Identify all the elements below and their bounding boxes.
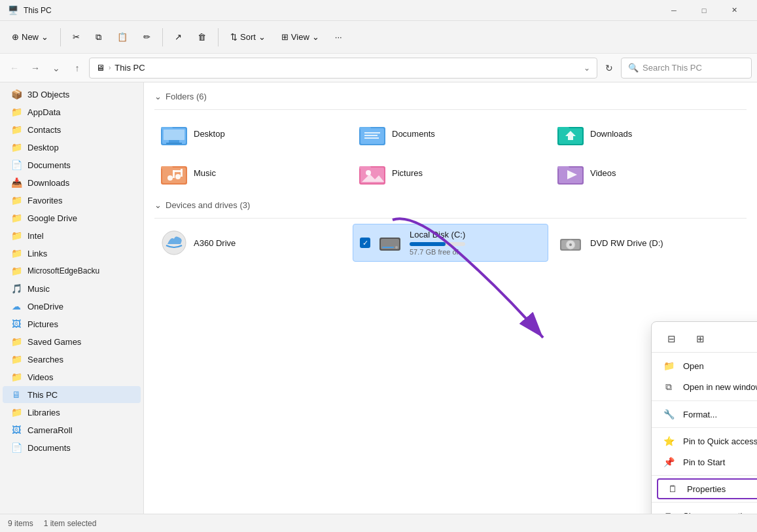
cut-button[interactable]: ✂ (66, 28, 86, 46)
sidebar-item-saved-games[interactable]: 📁 Saved Games (3, 333, 141, 350)
sidebar-item-3d-objects[interactable]: 📦 3D Objects (3, 86, 141, 103)
svg-rect-5 (166, 143, 182, 144)
svg-rect-4 (169, 140, 179, 143)
paste-icon: 📋 (117, 32, 128, 42)
rename-icon: ✏ (143, 32, 150, 42)
sidebar-item-videos[interactable]: 📁 Videos (3, 368, 141, 385)
paste-button[interactable]: 📋 (111, 28, 134, 46)
links-icon: 📁 (10, 247, 22, 259)
copy-button[interactable]: ⧉ (89, 28, 108, 46)
up-button[interactable]: ↑ (68, 59, 86, 77)
open-new-window-icon: ⧉ (662, 381, 675, 393)
folder-item-documents[interactable]: Documents (353, 115, 548, 152)
sidebar-label: 3D Objects (27, 90, 69, 99)
main-area: 📦 3D Objects 📁 AppData 📁 Contacts 📁 Desk… (0, 82, 757, 514)
sidebar-item-intel[interactable]: 📁 Intel (3, 227, 141, 244)
sidebar-item-links[interactable]: 📁 Links (3, 245, 141, 262)
sidebar-item-documents2[interactable]: 📄 Documents (3, 439, 141, 456)
refresh-button[interactable]: ↻ (600, 59, 618, 77)
microsoftedge-icon: 📁 (10, 265, 22, 277)
folder-label: Music (194, 168, 216, 178)
svg-point-20 (175, 174, 181, 179)
status-selected: 1 item selected (44, 519, 97, 528)
search-icon: 🔍 (628, 63, 639, 73)
format-label: Format... (683, 410, 757, 419)
context-sep-4 (652, 502, 757, 503)
folder-item-desktop[interactable]: Desktop (154, 115, 350, 152)
close-button[interactable]: ✕ (719, 0, 749, 21)
context-toolbar-btn-1[interactable]: ⊟ (660, 330, 683, 348)
sidebar-item-documents[interactable]: 📄 Documents (3, 156, 141, 173)
sidebar-item-desktop[interactable]: 📁 Desktop (3, 139, 141, 156)
search-box[interactable]: 🔍 Search This PC (621, 58, 752, 79)
device-item-local-c[interactable]: ✓ Local Disk (C:) 57.7 GB free of (353, 224, 548, 262)
context-properties[interactable]: 🗒 Properties Alt+Enter (657, 478, 757, 499)
sidebar-item-cameraroll[interactable]: 🖼 CameraRoll (3, 421, 141, 438)
sidebar-item-searches[interactable]: 📁 Searches (3, 351, 141, 368)
more-button[interactable]: ··· (328, 28, 349, 46)
device-item-a360[interactable]: A360 Drive (154, 224, 350, 262)
forward-button[interactable]: → (26, 59, 44, 77)
new-button[interactable]: ⊕ New ⌄ (5, 28, 55, 46)
sidebar-label: AppData (27, 107, 61, 117)
sidebar-label: Searches (27, 355, 63, 364)
sidebar-item-appdata[interactable]: 📁 AppData (3, 103, 141, 120)
libraries-icon: 📁 (10, 406, 22, 418)
context-open[interactable]: 📁 Open Enter (652, 355, 757, 376)
sidebar-item-microsoftedge[interactable]: 📁 MicrosoftEdgeBacku (3, 262, 141, 279)
videos-icon: 📁 (10, 371, 22, 383)
recent-button[interactable]: ⌄ (47, 59, 65, 77)
view-button[interactable]: ⊞ View ⌄ (275, 28, 326, 46)
device-item-dvd-d[interactable]: DVD RW Drive (D:) (551, 224, 747, 262)
sidebar-item-music[interactable]: 🎵 Music (3, 280, 141, 297)
toolbar-separator-3 (218, 28, 219, 46)
address-dropdown-icon[interactable]: ⌄ (584, 63, 590, 73)
sidebar-item-pictures[interactable]: 🖼 Pictures (3, 315, 141, 332)
sidebar-item-onedrive[interactable]: ☁ OneDrive (3, 298, 141, 315)
svg-point-37 (395, 246, 398, 249)
folder-item-downloads[interactable]: Downloads (551, 115, 747, 152)
documents-folder-icon (359, 120, 385, 147)
sidebar-label: Downloads (27, 178, 69, 188)
documents2-icon: 📄 (10, 442, 22, 453)
sidebar-item-google-drive[interactable]: 📁 Google Drive (3, 209, 141, 226)
sidebar-item-libraries[interactable]: 📁 Libraries (3, 404, 141, 421)
rename-button[interactable]: ✏ (137, 28, 157, 46)
folder-item-pictures[interactable]: Pictures (353, 154, 548, 191)
maximize-button[interactable]: □ (689, 0, 719, 21)
folder-label: Downloads (590, 129, 632, 139)
back-button[interactable]: ← (5, 59, 24, 77)
sort-button[interactable]: ⇅ Sort ⌄ (224, 28, 272, 46)
pin-start-label: Pin to Start (683, 457, 757, 467)
context-open-new-window[interactable]: ⧉ Open in new window (652, 376, 757, 398)
address-field[interactable]: 🖥 › This PC ⌄ (89, 58, 597, 79)
dvd-name: DVD RW Drive (D:) (590, 238, 663, 248)
svg-rect-11 (364, 137, 379, 139)
context-pin-quick[interactable]: ⭐ Pin to Quick access (652, 431, 757, 452)
folder-item-videos[interactable]: Videos (551, 154, 747, 191)
share-icon: ↗ (175, 32, 182, 42)
videos-folder-icon (557, 160, 584, 186)
sidebar-item-downloads[interactable]: 📥 Downloads (3, 174, 141, 191)
sidebar-item-favorites[interactable]: 📁 Favorites (3, 192, 141, 209)
titlebar-title: This PC (24, 6, 659, 15)
folders-grid: Desktop Documents (154, 115, 747, 191)
share-button[interactable]: ↗ (168, 28, 188, 46)
folder-item-music[interactable]: Music (154, 154, 350, 191)
view-icon: ⊞ (281, 32, 289, 42)
svg-point-41 (569, 243, 572, 246)
context-pin-start[interactable]: 📌 Pin to Start (652, 452, 757, 472)
saved-games-icon: 📁 (10, 336, 22, 347)
delete-button[interactable]: 🗑 (191, 28, 213, 46)
context-format[interactable]: 🔧 Format... (652, 404, 757, 425)
context-show-more[interactable]: ⧉ Show more options Shift+F10 (652, 505, 757, 514)
sort-icon: ⇅ (230, 32, 238, 42)
context-toolbar-btn-2[interactable]: ⊞ (688, 330, 712, 348)
sidebar: 📦 3D Objects 📁 AppData 📁 Contacts 📁 Desk… (0, 82, 144, 514)
local-c-bar-container (410, 242, 465, 246)
sidebar-item-this-pc[interactable]: 🖥 This PC (3, 386, 141, 403)
minimize-button[interactable]: ─ (659, 0, 689, 21)
pictures-folder-icon (359, 160, 385, 186)
context-sep-3 (652, 475, 757, 476)
sidebar-item-contacts[interactable]: 📁 Contacts (3, 121, 141, 138)
